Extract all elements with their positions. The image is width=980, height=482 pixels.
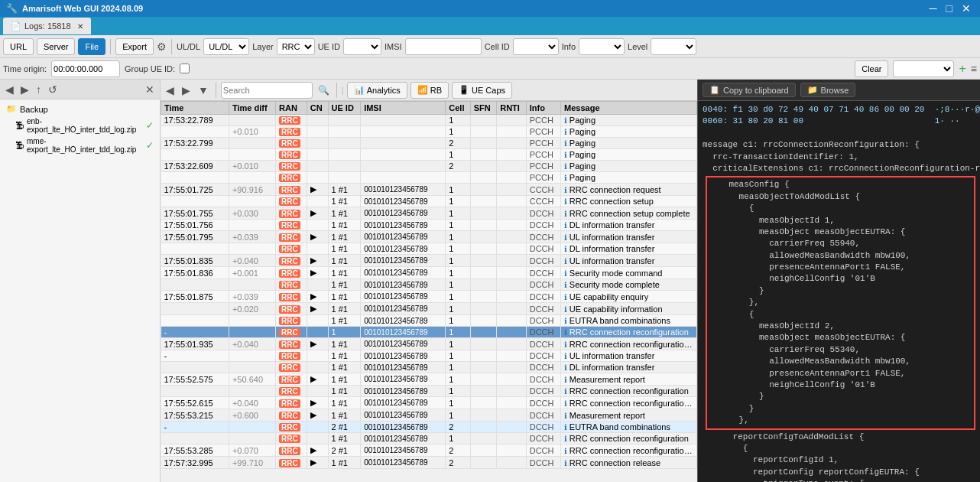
table-row[interactable]: RRC1 #10010101234567891DCCHℹ Security mo… (161, 279, 697, 291)
table-row[interactable]: 17:55:01.836+0.001RRC▶1 #100101012345678… (161, 267, 697, 279)
file-item-0[interactable]: 🗜 enb-export_lte_HO_inter_tdd_log.zip ✓ (3, 116, 157, 135)
table-row[interactable]: +0.020RRC▶1 #10010101234567891DCCHℹ UE c… (161, 303, 697, 315)
cell-rnti (497, 172, 527, 184)
nav-up-icon[interactable]: ↑ (34, 83, 44, 96)
cell-time: 17:55:53.285 (161, 445, 229, 457)
cell-cell: 1 (446, 255, 470, 267)
tab-logs[interactable]: 📄 Logs: 15818 ✕ (3, 18, 91, 34)
table-row[interactable]: RRCPCCHℹ Paging (161, 172, 697, 184)
menu-icon[interactable]: ≡ (971, 63, 977, 75)
col-time[interactable]: Time (161, 102, 229, 115)
file-button[interactable]: File (78, 38, 105, 55)
table-row[interactable]: 17:55:53.285+0.070RRC▶2 #100101012345678… (161, 445, 697, 457)
nav-forward-icon[interactable]: ▶ (18, 83, 31, 96)
nav-back-icon[interactable]: ◀ (3, 83, 16, 96)
backup-item[interactable]: 📁 Backup (3, 103, 157, 116)
table-row[interactable]: -RRC1 #10010101234567891DCCHℹ UL informa… (161, 350, 697, 362)
table-row[interactable]: 17:55:01.795+0.039RRC▶1 #100101012345678… (161, 231, 697, 243)
left-panel-close-icon[interactable]: ✕ (143, 83, 157, 96)
analytics-button[interactable]: 📊 Analytics (347, 82, 407, 99)
ue-caps-button[interactable]: 📱 UE Caps (452, 82, 512, 99)
col-rnti[interactable]: RNTI (497, 102, 527, 115)
cell-rnti (497, 291, 527, 303)
level-select[interactable] (651, 38, 696, 55)
cell-info: PCCH (526, 126, 560, 138)
col-ran[interactable]: RAN (276, 102, 307, 115)
cell-ue-id (328, 138, 361, 149)
table-row[interactable]: 17:55:01.835+0.040RRC▶1 #100101012345678… (161, 255, 697, 267)
table-row[interactable]: RRC1 #10010101234567891DCCHℹ RRC connect… (161, 386, 697, 397)
rrc-badge: RRC (279, 162, 300, 171)
log-nav-forward[interactable]: ▶ (180, 83, 193, 97)
minimize-icon[interactable]: ─ (926, 2, 940, 15)
table-row[interactable]: 17:53:22.609+0.010RRC2PCCHℹ Paging (161, 161, 697, 172)
cell-id-select[interactable] (513, 38, 559, 55)
cell-timediff (229, 220, 275, 231)
table-row[interactable]: 17:55:01.756RRC1 #10010101234567891DCCHℹ… (161, 220, 697, 231)
cell-info: DCCH (526, 279, 560, 291)
table-row[interactable]: 17:55:01.875+0.039RRC▶1 #100101012345678… (161, 291, 697, 303)
message-icon: ℹ (564, 139, 570, 148)
search-input[interactable] (221, 82, 313, 99)
table-row[interactable]: -RRC2 #10010101234567892DCCHℹ EUTRA band… (161, 422, 697, 433)
table-row[interactable]: RRC1 #10010101234567891DCCHℹ EUTRA band … (161, 315, 697, 327)
uldl-select[interactable]: UL/DL (203, 38, 249, 55)
add-icon[interactable]: + (959, 62, 965, 76)
table-row[interactable]: 17:57:32.995+99.710RRC▶1 #10010101234567… (161, 457, 697, 469)
table-row[interactable]: 17:55:01.935+0.040RRC▶1 #100101012345678… (161, 338, 697, 350)
col-cell[interactable]: Cell (446, 102, 470, 115)
cell-message: ℹ UL information transfer (561, 255, 697, 267)
col-info[interactable]: Info (526, 102, 560, 115)
cell-ue-id: 1 #1 (328, 457, 361, 469)
table-row[interactable]: RRC1PCCHℹ Paging (161, 149, 697, 161)
table-row[interactable]: 17:55:01.725+90.916RRC▶1 #10010101234567… (161, 184, 697, 196)
table-row[interactable]: RRC1 #10010101234567891DCCHℹ DL informat… (161, 243, 697, 255)
logs-tab-close[interactable]: ✕ (77, 22, 83, 31)
ue-id-select[interactable] (343, 38, 381, 55)
info-select[interactable] (579, 38, 625, 55)
table-row[interactable]: 17:53:22.799RRC2PCCHℹ Paging (161, 138, 697, 149)
group-ue-checkbox[interactable] (180, 64, 190, 73)
col-time-diff[interactable]: Time diff (229, 102, 275, 115)
file-item-1[interactable]: 🗜 mme-export_lte_HO_inter_tdd_log.zip ✓ (3, 135, 157, 155)
table-row[interactable]: 17:55:52.615+0.040RRC▶1 #100101012345678… (161, 397, 697, 409)
copy-clipboard-button[interactable]: 📋 Copy to clipboard (703, 83, 796, 97)
rb-button[interactable]: 📶 RB (410, 82, 449, 99)
search-icon[interactable]: 🔍 (316, 84, 332, 96)
red-section-line: neighCellConfig '01'B (709, 379, 972, 391)
cell-ue-id: 1 #1 (328, 433, 361, 445)
time-origin-input[interactable] (51, 60, 120, 77)
table-row[interactable]: 17:55:53.215+0.600RRC▶1 #100101012345678… (161, 409, 697, 422)
clear-button[interactable]: Clear (855, 60, 888, 77)
table-row[interactable]: 17:53:22.789RRC1PCCHℹ Paging (161, 115, 697, 126)
col-cn[interactable]: CN (307, 102, 328, 115)
imsi-input[interactable] (405, 38, 482, 55)
settings-icon[interactable]: ⚙ (157, 41, 167, 53)
col-imsi[interactable]: IMSI (361, 102, 446, 115)
table-row[interactable]: +0.010RRC1PCCHℹ Paging (161, 126, 697, 138)
log-nav-back[interactable]: ◀ (164, 83, 177, 97)
clear-select[interactable] (893, 60, 954, 77)
layer-select[interactable]: RRC (277, 38, 315, 55)
server-button[interactable]: Server (37, 38, 75, 55)
table-row[interactable]: 17:55:52.575+50.640RRC▶1 #10010101234567… (161, 373, 697, 386)
maximize-icon[interactable]: □ (943, 2, 956, 15)
cell-sfn (470, 315, 496, 327)
table-row[interactable]: RRC1 #10010101234567891DCCHℹ DL informat… (161, 362, 697, 373)
cell-cell: 2 (446, 457, 470, 469)
close-icon[interactable]: ✕ (959, 2, 974, 15)
cell-sfn (470, 338, 496, 350)
cell-message: ℹ RRC connection setup complete (561, 207, 697, 220)
table-row[interactable]: -RRC10010101234567891DCCHℹ RRC connectio… (161, 327, 697, 338)
table-row[interactable]: RRC1 #10010101234567891DCCHℹ RRC connect… (161, 433, 697, 445)
url-button[interactable]: URL (3, 38, 34, 55)
export-button[interactable]: Export (115, 38, 154, 55)
col-message[interactable]: Message (561, 102, 697, 115)
table-row[interactable]: 17:55:01.755+0.030RRC▶1 #100101012345678… (161, 207, 697, 220)
col-ue-id[interactable]: UE ID (328, 102, 361, 115)
col-sfn[interactable]: SFN (470, 102, 496, 115)
browse-button[interactable]: 📁 Browse (800, 83, 856, 97)
table-row[interactable]: RRC1 #10010101234567891CCCHℹ RRC connect… (161, 196, 697, 207)
nav-refresh-icon[interactable]: ↺ (46, 83, 60, 96)
log-nav-down[interactable]: ▼ (196, 83, 211, 97)
